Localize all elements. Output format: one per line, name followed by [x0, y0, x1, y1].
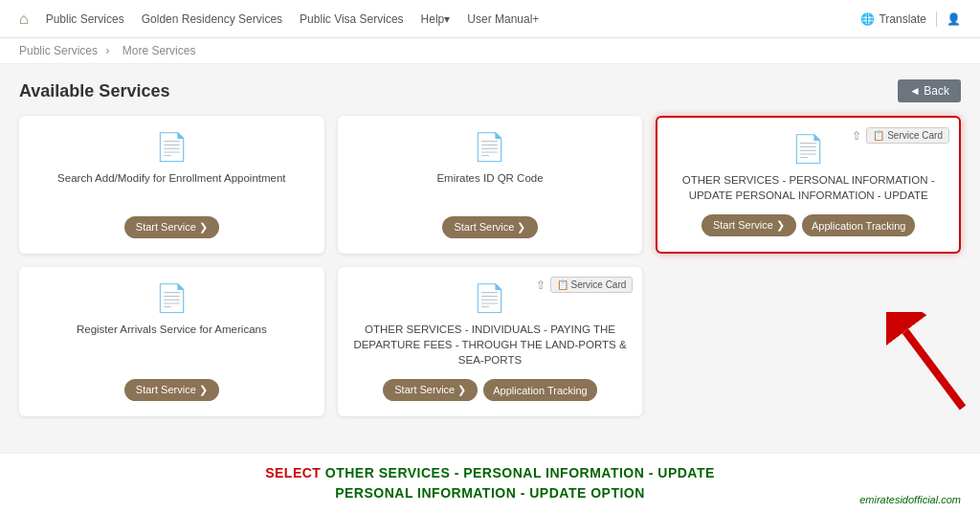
page-title: Available Services	[19, 81, 169, 101]
translate-button[interactable]: 🌐 Translate	[860, 12, 926, 26]
breadcrumb-public-services[interactable]: Public Services	[19, 44, 98, 57]
instruction-line2: PERSONAL INFORMATION - UPDATE OPTION	[335, 485, 645, 501]
badge-label-3: Service Card	[887, 130, 943, 141]
application-tracking-button-5[interactable]: Application Tracking	[483, 379, 596, 401]
instruction-text: SELECT OTHER SERVICES - PERSONAL INFORMA…	[19, 463, 961, 503]
badge-label-5: Service Card	[571, 279, 627, 290]
card-icon-3: 📄	[791, 133, 825, 165]
card-title-5: OTHER SERVICES - INDIVIDUALS - PAYING TH…	[353, 322, 628, 368]
breadcrumb-separator: ›	[105, 44, 109, 57]
breadcrumb-more-services: More Services	[122, 44, 196, 57]
back-button[interactable]: ◄ Back	[898, 79, 961, 102]
navbar-right: 🌐 Translate 👤	[860, 11, 961, 27]
breadcrumb: Public Services › More Services	[0, 38, 980, 64]
card-buttons-4: Start Service ❯	[124, 379, 219, 401]
nav-divider	[936, 11, 937, 27]
card-title-3: OTHER SERVICES - PERSONAL INFORMATION - …	[673, 172, 944, 203]
card-icon-4: 📄	[155, 282, 189, 314]
service-card-badge-5[interactable]: 📋 Service Card	[550, 277, 634, 293]
badge-icon-3: 📋	[873, 130, 884, 141]
card-buttons-5: Start Service ❯ Application Tracking	[383, 379, 596, 401]
share-icon-3[interactable]: ⇧	[852, 129, 861, 143]
start-service-button-1[interactable]: Start Service ❯	[124, 216, 219, 238]
website-label: emiratesidofficial.com	[859, 494, 961, 505]
share-icon-5[interactable]: ⇧	[536, 279, 546, 292]
start-service-button-5[interactable]: Start Service ❯	[383, 379, 478, 401]
card-badges-5: ⇧ 📋 Service Card	[536, 277, 634, 293]
service-card-4: 📄 Register Arrivals Service for American…	[19, 267, 324, 416]
user-icon[interactable]: 👤	[947, 12, 961, 26]
home-icon[interactable]: ⌂	[19, 11, 29, 28]
card-buttons-2: Start Service ❯	[442, 216, 537, 238]
nav-public-visa[interactable]: Public Visa Services	[300, 12, 404, 26]
start-service-button-3[interactable]: Start Service ❯	[702, 214, 796, 236]
instruction-bar: SELECT OTHER SERVICES - PERSONAL INFORMA…	[0, 453, 980, 513]
start-service-button-4[interactable]: Start Service ❯	[124, 379, 219, 401]
nav-public-services[interactable]: Public Services	[46, 12, 124, 26]
card-title-2: Emirates ID QR Code	[436, 170, 543, 205]
service-card-2: 📄 Emirates ID QR Code Start Service ❯	[338, 116, 643, 254]
translate-icon: 🌐	[860, 12, 875, 26]
card-buttons-1: Start Service ❯	[124, 216, 219, 238]
service-card-5: ⇧ 📋 Service Card 📄 OTHER SERVICES - INDI…	[338, 267, 643, 416]
main-content: Available Services ◄ Back 📄 Search Add/M…	[0, 64, 980, 432]
nav-help[interactable]: Help▾	[421, 12, 451, 26]
application-tracking-button-3[interactable]: Application Tracking	[802, 214, 915, 236]
card-icon-1: 📄	[155, 131, 189, 163]
card-title-4: Register Arrivals Service for Americans	[77, 322, 267, 368]
start-service-button-2[interactable]: Start Service ❯	[442, 216, 537, 238]
translate-label: Translate	[879, 12, 926, 26]
card-icon-5: 📄	[473, 282, 506, 314]
service-card-3: ⇧ 📋 Service Card 📄 OTHER SERVICES - PERS…	[656, 116, 961, 254]
card-icon-2: 📄	[473, 131, 506, 163]
service-card-1: 📄 Search Add/Modify for Enrollment Appoi…	[19, 116, 324, 254]
navbar: ⌂ Public Services Golden Residency Servi…	[0, 0, 980, 38]
card-badges-3: ⇧ 📋 Service Card	[852, 127, 949, 144]
badge-icon-5: 📋	[557, 279, 568, 290]
card-title-1: Search Add/Modify for Enrollment Appoint…	[57, 170, 285, 205]
service-card-badge-3[interactable]: 📋 Service Card	[866, 127, 949, 144]
instruction-select-word: SELECT	[265, 465, 325, 480]
navbar-left: ⌂ Public Services Golden Residency Servi…	[19, 11, 539, 28]
card-buttons-3: Start Service ❯ Application Tracking	[702, 214, 915, 236]
nav-user-manual[interactable]: User Manual+	[467, 12, 539, 26]
instruction-line1-rest: OTHER SERVICES - PERSONAL INFORMATION - …	[325, 465, 715, 480]
header-row: Available Services ◄ Back	[19, 79, 961, 102]
nav-golden-residency[interactable]: Golden Residency Services	[142, 12, 282, 26]
cards-grid: 📄 Search Add/Modify for Enrollment Appoi…	[19, 116, 961, 416]
